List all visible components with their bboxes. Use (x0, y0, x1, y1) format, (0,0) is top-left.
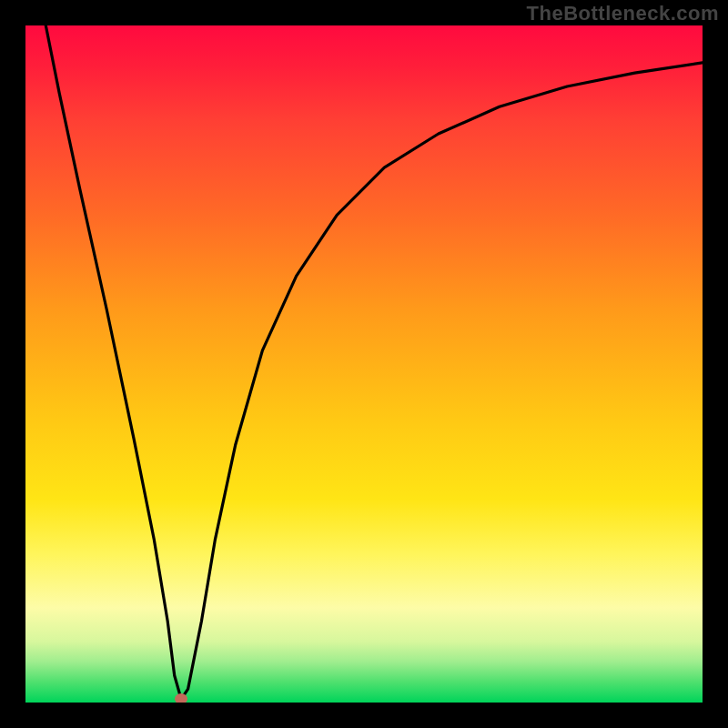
bottleneck-curve (25, 25, 703, 703)
plot-area (25, 25, 703, 703)
curve-path (46, 25, 703, 699)
chart-frame: TheBottleneck.com (0, 0, 728, 728)
optimal-point-marker (175, 693, 187, 703)
watermark-text: TheBottleneck.com (527, 2, 719, 25)
